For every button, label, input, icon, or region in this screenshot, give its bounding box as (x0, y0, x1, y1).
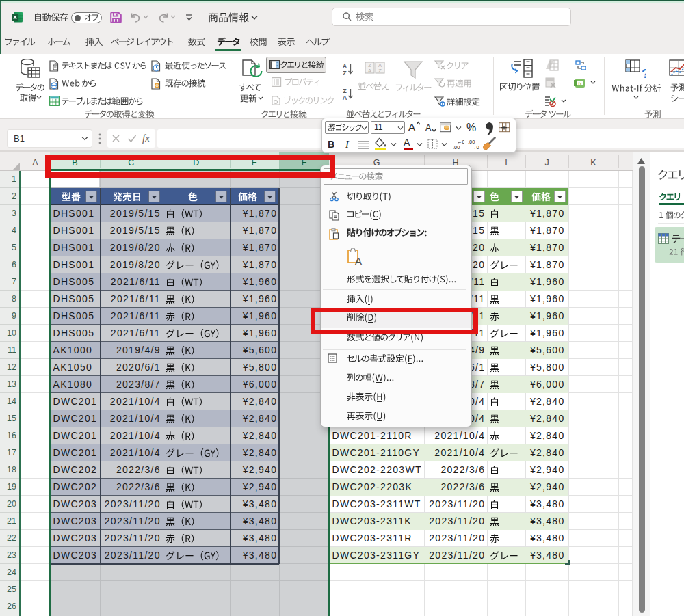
svg-text:A: A (343, 94, 347, 101)
svg-text:fx: fx (578, 81, 582, 86)
svg-text:.00: .00 (453, 144, 460, 150)
svg-text:Z: Z (343, 88, 347, 94)
svg-text:A: A (368, 68, 371, 74)
svg-text:?: ? (642, 66, 646, 79)
svg-text:A: A (355, 255, 362, 265)
svg-text:Z: Z (378, 68, 382, 74)
svg-text:Z: Z (343, 70, 347, 77)
svg-text:→0: →0 (471, 144, 479, 150)
svg-text:A: A (343, 63, 347, 70)
